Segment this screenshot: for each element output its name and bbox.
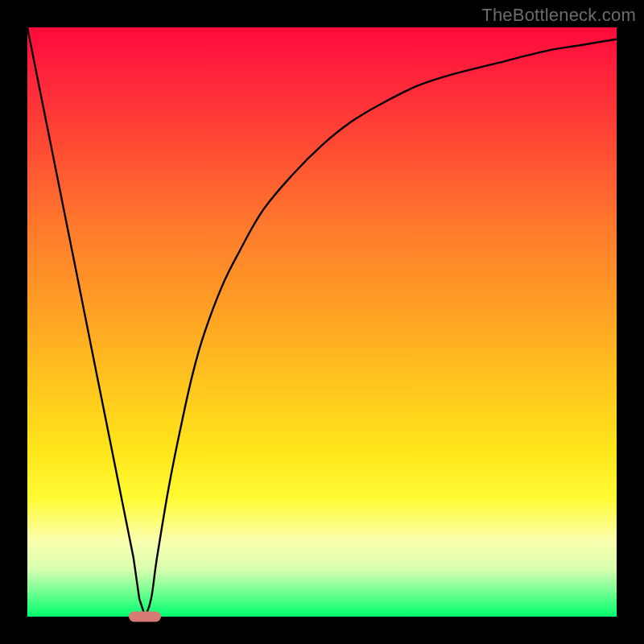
plot-area [27, 27, 617, 617]
chart-frame: TheBottleneck.com [0, 0, 644, 644]
watermark-text: TheBottleneck.com [481, 5, 636, 26]
bottleneck-curve [27, 27, 617, 617]
optimal-point-marker [129, 612, 161, 622]
